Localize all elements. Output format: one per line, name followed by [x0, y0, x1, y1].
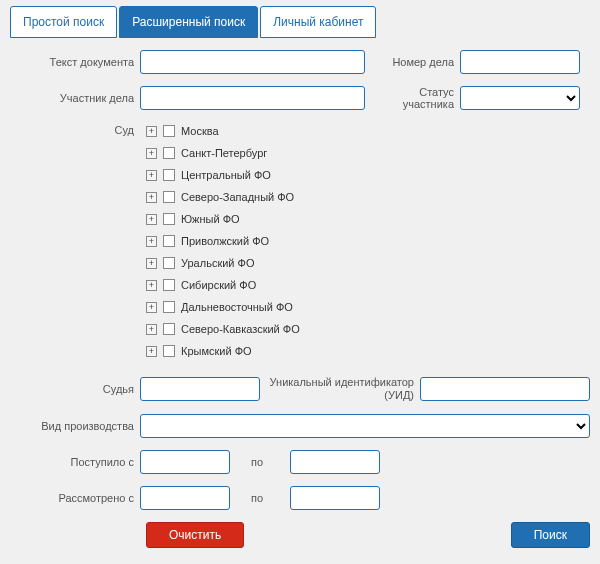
received-to-input[interactable] [290, 450, 380, 474]
court-item: + Сибирский ФО [146, 274, 590, 296]
court-checkbox[interactable] [163, 147, 175, 159]
expand-icon[interactable]: + [146, 324, 157, 335]
received-from-label: Поступило с [10, 456, 140, 468]
court-item-label: Южный ФО [181, 213, 240, 225]
judge-label: Судья [10, 383, 140, 395]
expand-icon[interactable]: + [146, 148, 157, 159]
court-item: + Приволжский ФО [146, 230, 590, 252]
tab-advanced-search[interactable]: Расширенный поиск [119, 6, 258, 38]
court-checkbox[interactable] [163, 345, 175, 357]
court-checkbox[interactable] [163, 301, 175, 313]
court-checkbox[interactable] [163, 279, 175, 291]
court-item-label: Крымский ФО [181, 345, 252, 357]
tabs: Простой поиск Расширенный поиск Личный к… [10, 6, 590, 38]
expand-icon[interactable]: + [146, 214, 157, 225]
court-item-label: Уральский ФО [181, 257, 254, 269]
clear-button[interactable]: Очистить [146, 522, 244, 548]
participant-status-select[interactable] [460, 86, 580, 110]
court-item: + Северо-Кавказский ФО [146, 318, 590, 340]
court-item: + Южный ФО [146, 208, 590, 230]
court-tree: + Москва + Санкт-Петербург + Центральный… [146, 120, 590, 362]
case-number-label: Номер дела [365, 56, 460, 68]
tab-simple-search[interactable]: Простой поиск [10, 6, 117, 38]
court-checkbox[interactable] [163, 323, 175, 335]
court-item: + Москва [146, 120, 590, 142]
court-checkbox[interactable] [163, 213, 175, 225]
expand-icon[interactable]: + [146, 170, 157, 181]
court-label: Суд [10, 122, 140, 136]
uid-input[interactable] [420, 377, 590, 401]
participant-input[interactable] [140, 86, 365, 110]
doc-text-label: Текст документа [10, 56, 140, 68]
court-item-label: Северо-Западный ФО [181, 191, 294, 203]
participant-label: Участник дела [10, 92, 140, 104]
reviewed-from-label: Рассмотрено с [10, 492, 140, 504]
court-item: + Санкт-Петербург [146, 142, 590, 164]
doc-text-input[interactable] [140, 50, 365, 74]
reviewed-to-label: по [230, 492, 290, 504]
court-item-label: Сибирский ФО [181, 279, 256, 291]
expand-icon[interactable]: + [146, 192, 157, 203]
uid-label: Уникальный идентификатор (УИД) [260, 376, 420, 402]
reviewed-from-input[interactable] [140, 486, 230, 510]
reviewed-to-input[interactable] [290, 486, 380, 510]
court-item: + Центральный ФО [146, 164, 590, 186]
court-checkbox[interactable] [163, 191, 175, 203]
court-item: + Дальневосточный ФО [146, 296, 590, 318]
advanced-search-form: Текст документа Номер дела Участник дела… [10, 38, 590, 548]
court-item-label: Дальневосточный ФО [181, 301, 293, 313]
expand-icon[interactable]: + [146, 258, 157, 269]
court-item-label: Приволжский ФО [181, 235, 269, 247]
judge-input[interactable] [140, 377, 260, 401]
court-checkbox[interactable] [163, 235, 175, 247]
court-item: + Северо-Западный ФО [146, 186, 590, 208]
search-button[interactable]: Поиск [511, 522, 590, 548]
court-item-label: Москва [181, 125, 219, 137]
proceeding-type-label: Вид производства [10, 420, 140, 432]
court-item: + Уральский ФО [146, 252, 590, 274]
proceeding-type-select[interactable] [140, 414, 590, 438]
court-item: + Крымский ФО [146, 340, 590, 362]
tab-personal-cabinet[interactable]: Личный кабинет [260, 6, 376, 38]
expand-icon[interactable]: + [146, 280, 157, 291]
court-item-label: Центральный ФО [181, 169, 271, 181]
expand-icon[interactable]: + [146, 346, 157, 357]
received-to-label: по [230, 456, 290, 468]
participant-status-label: Статус участника [365, 86, 460, 110]
received-from-input[interactable] [140, 450, 230, 474]
expand-icon[interactable]: + [146, 126, 157, 137]
court-checkbox[interactable] [163, 169, 175, 181]
court-checkbox[interactable] [163, 257, 175, 269]
case-number-input[interactable] [460, 50, 580, 74]
search-form-container: Простой поиск Расширенный поиск Личный к… [0, 0, 600, 562]
expand-icon[interactable]: + [146, 236, 157, 247]
expand-icon[interactable]: + [146, 302, 157, 313]
court-checkbox[interactable] [163, 125, 175, 137]
court-item-label: Санкт-Петербург [181, 147, 267, 159]
court-item-label: Северо-Кавказский ФО [181, 323, 300, 335]
